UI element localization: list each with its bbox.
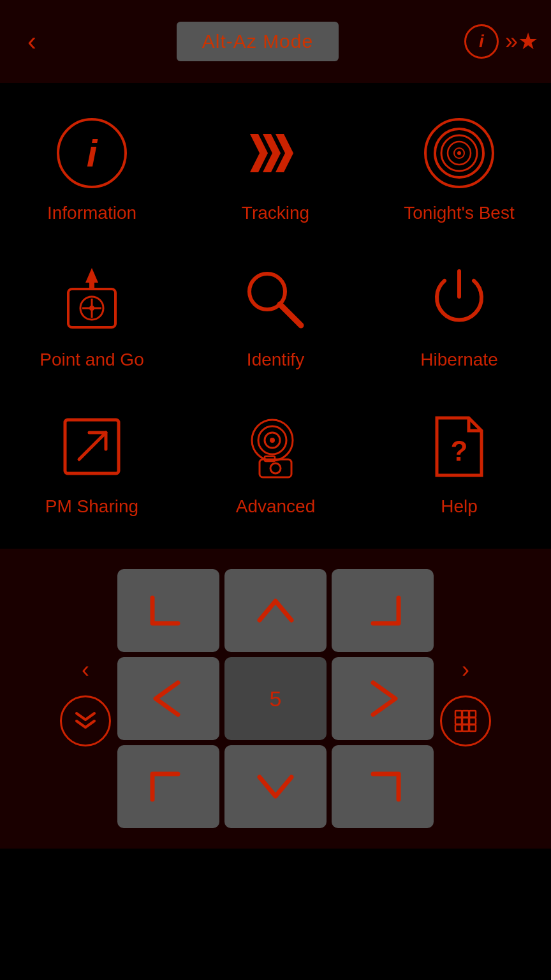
mode-label: Alt-Az Mode bbox=[177, 22, 339, 61]
hibernate-label: Hibernate bbox=[420, 350, 497, 370]
help-item[interactable]: ? Help bbox=[367, 389, 551, 536]
svg-marker-0 bbox=[250, 134, 268, 172]
point-and-go-icon-wrap bbox=[54, 262, 130, 338]
back-button[interactable]: ‹ bbox=[13, 26, 51, 57]
svg-point-14 bbox=[89, 306, 94, 311]
right-controls: › bbox=[440, 651, 491, 746]
prev-page-button[interactable]: ‹ bbox=[66, 651, 105, 689]
hibernate-item[interactable]: Hibernate bbox=[367, 242, 551, 389]
svg-line-16 bbox=[280, 304, 301, 325]
identify-icon bbox=[240, 265, 311, 335]
down-left-button[interactable] bbox=[117, 745, 219, 828]
tracking-label: Tracking bbox=[242, 203, 309, 223]
up-left-button[interactable] bbox=[117, 569, 219, 652]
advanced-icon-wrap bbox=[237, 408, 314, 485]
down-right-button[interactable] bbox=[332, 745, 434, 828]
tracking-icon bbox=[240, 118, 311, 188]
right-button[interactable] bbox=[332, 657, 434, 740]
hibernate-icon-wrap bbox=[421, 262, 497, 338]
tracking-icon-wrap bbox=[237, 115, 314, 191]
favorites-button[interactable]: »★ bbox=[505, 28, 538, 55]
grid-view-button[interactable] bbox=[440, 695, 491, 746]
identify-icon-wrap bbox=[237, 262, 314, 338]
identify-label: Identify bbox=[247, 350, 304, 370]
pm-sharing-icon bbox=[60, 415, 124, 479]
svg-rect-29 bbox=[462, 711, 469, 717]
pm-sharing-label: PM Sharing bbox=[45, 496, 138, 517]
svg-rect-32 bbox=[462, 718, 469, 724]
help-icon: ? bbox=[427, 415, 491, 479]
info-button[interactable]: i bbox=[464, 24, 499, 59]
direction-grid: 5 bbox=[117, 569, 434, 828]
advanced-icon bbox=[240, 412, 311, 482]
svg-rect-31 bbox=[455, 718, 462, 724]
svg-point-25 bbox=[270, 463, 281, 473]
information-icon-wrap: i bbox=[54, 115, 130, 191]
collapse-button[interactable] bbox=[60, 695, 111, 746]
tonights-best-icon bbox=[424, 118, 494, 188]
left-controls: ‹ bbox=[60, 651, 111, 746]
svg-rect-35 bbox=[462, 725, 469, 731]
information-label: Information bbox=[47, 203, 136, 223]
tonights-best-label: Tonight's Best bbox=[404, 203, 514, 223]
help-icon-wrap: ? bbox=[421, 408, 497, 485]
point-and-go-label: Point and Go bbox=[40, 350, 143, 370]
tonights-best-item[interactable]: Tonight's Best bbox=[367, 96, 551, 242]
main-grid: i Information Tracking bbox=[0, 83, 551, 549]
help-label: Help bbox=[441, 496, 478, 517]
information-icon: i bbox=[57, 118, 127, 188]
speed-value: 5 bbox=[224, 657, 327, 740]
svg-rect-34 bbox=[455, 725, 462, 731]
header-icons: i »★ bbox=[464, 24, 538, 59]
svg-point-23 bbox=[270, 438, 275, 443]
point-and-go-item[interactable]: Point and Go bbox=[0, 242, 184, 389]
svg-rect-30 bbox=[469, 711, 476, 717]
next-page-button[interactable]: › bbox=[446, 651, 485, 689]
header: ‹ Alt-Az Mode i »★ bbox=[0, 0, 551, 83]
identify-item[interactable]: Identify bbox=[184, 242, 367, 389]
svg-point-7 bbox=[457, 151, 461, 155]
advanced-item[interactable]: Advanced bbox=[184, 389, 367, 536]
left-button[interactable] bbox=[117, 657, 219, 740]
tonights-best-icon-wrap bbox=[421, 115, 497, 191]
svg-rect-24 bbox=[260, 459, 291, 477]
up-right-button[interactable] bbox=[332, 569, 434, 652]
pm-sharing-icon-wrap bbox=[54, 408, 130, 485]
control-panel: ‹ bbox=[0, 549, 551, 849]
svg-text:?: ? bbox=[451, 435, 468, 466]
pm-sharing-item[interactable]: PM Sharing bbox=[0, 389, 184, 536]
down-button[interactable] bbox=[224, 745, 327, 828]
svg-rect-28 bbox=[455, 711, 462, 717]
svg-line-19 bbox=[79, 433, 106, 459]
point-and-go-icon bbox=[57, 265, 127, 335]
hibernate-icon bbox=[424, 265, 494, 335]
up-button[interactable] bbox=[224, 569, 327, 652]
information-item[interactable]: i Information bbox=[0, 96, 184, 242]
tracking-item[interactable]: Tracking bbox=[184, 96, 367, 242]
advanced-label: Advanced bbox=[236, 496, 316, 517]
svg-rect-36 bbox=[469, 725, 476, 731]
svg-marker-8 bbox=[85, 268, 98, 283]
svg-rect-33 bbox=[469, 718, 476, 724]
